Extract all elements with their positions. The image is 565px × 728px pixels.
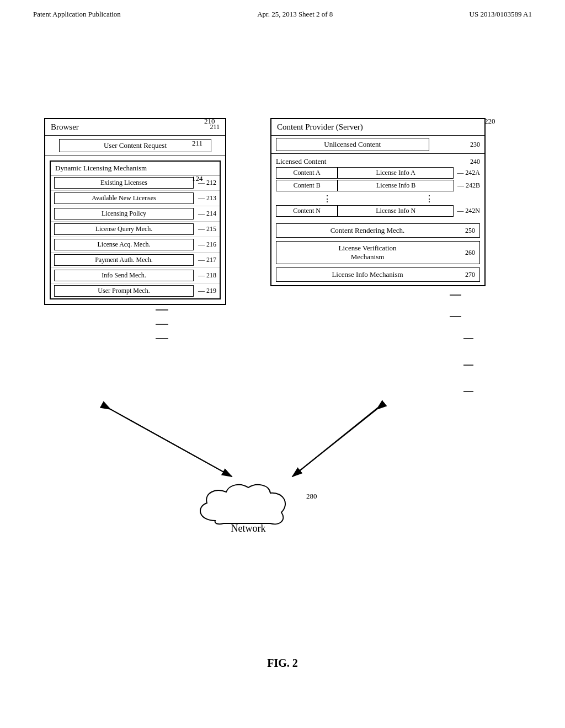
verification-num: 260 [465, 249, 475, 257]
mechanism-row: License Acq. Mech. — 216 [51, 237, 220, 253]
rendering-num: 250 [465, 227, 475, 235]
mechanism-row: Licensing Policy — 214 [51, 206, 220, 222]
svg-line-4 [108, 408, 232, 477]
content-row: Content A License Info A — 242A [276, 167, 480, 179]
browser-box-num: 210 [204, 117, 215, 126]
verification-box: License Verification Mechanism 260 [276, 241, 480, 264]
network-section: Network [193, 482, 303, 534]
provider-box: Content Provider (Server) Unlicensed Con… [270, 118, 486, 286]
content-cell: Content N [276, 205, 338, 217]
mechanism-row: License Query Mech. — 215 [51, 222, 220, 237]
browser-title-num-ext: 211 [192, 139, 202, 148]
user-content-request-label: User Content Request [104, 141, 167, 149]
mech-num: — 218 [198, 271, 216, 280]
license-cell: License Info N [338, 205, 454, 217]
dlm-title: Dynamic Licensing Mechanism [51, 162, 220, 175]
mech-num: — 219 [198, 287, 216, 295]
content-cell: Content B [276, 180, 338, 191]
mech-num: — 213 [198, 194, 216, 202]
unlicensed-num: 230 [470, 141, 480, 149]
svg-line-5 [110, 409, 232, 477]
rendering-box: Content Rendering Mech. 250 [276, 223, 480, 238]
verification-label: License Verification Mechanism [281, 244, 454, 261]
mech-num: — 214 [198, 210, 216, 218]
licensed-num: 240 [470, 158, 480, 166]
mechanism-row: User Prompt Mech. — 219 [51, 283, 220, 298]
mech-box: License Acq. Mech. [54, 239, 194, 250]
license-info-box: License Info Mechanism 270 [276, 267, 480, 282]
mechanism-row: Available New Licenses — 213 [51, 191, 220, 206]
mech-box: License Query Mech. [54, 223, 194, 235]
page-header: Patent Application Publication Apr. 25, … [0, 0, 565, 24]
diagram-area: Browser 211 User Content Request Dynamic… [0, 24, 565, 686]
provider-title-row: Content Provider (Server) [271, 119, 484, 136]
content-row-num: — 242B [457, 181, 480, 190]
unlicensed-row: Unlicensed Content 230 [271, 136, 484, 153]
mech-box: Payment Auth. Mech. [54, 254, 194, 266]
mech-box: Licensing Policy [54, 208, 194, 220]
header-center: Apr. 25, 2013 Sheet 2 of 8 [257, 10, 333, 19]
mech-num: — 216 [198, 240, 216, 249]
dlm-label-ext: 124 [192, 174, 203, 183]
content-row: Content N License Info N — 242N [276, 205, 480, 217]
browser-title-row: Browser 211 [45, 119, 225, 136]
license-info-label: License Info Mechanism [281, 270, 454, 279]
network-num: 280 [306, 492, 317, 501]
mech-num: — 215 [198, 225, 216, 233]
header-left: Patent Application Publication [33, 10, 121, 19]
svg-line-6 [292, 408, 378, 477]
mech-num: — 217 [198, 256, 216, 264]
provider-box-num: 220 [484, 117, 495, 126]
provider-title: Content Provider (Server) [277, 122, 363, 132]
svg-line-7 [292, 409, 377, 477]
rendering-label: Content Rendering Mech. [281, 226, 454, 235]
license-cell: License Info B [338, 180, 454, 191]
content-row-num: — 242A [457, 169, 480, 177]
mechanism-row: Info Send Mech. — 218 [51, 268, 220, 283]
content-row: Content B License Info B — 242B [276, 180, 480, 191]
content-cell: Content A [276, 167, 338, 179]
licensed-title-row: Licensed Content 240 [276, 156, 480, 167]
browser-title: Browser [51, 122, 79, 132]
mech-box: Existing Licenses [54, 177, 194, 189]
mech-box: User Prompt Mech. [54, 285, 194, 297]
licensed-label: Licensed Content [276, 157, 326, 166]
license-cell: License Info A [338, 167, 454, 179]
content-row-num: — 242N [457, 207, 480, 215]
mech-box: Info Send Mech. [54, 270, 194, 281]
fig-label: FIG. 2 [267, 657, 298, 670]
mech-box: Available New Licenses [54, 192, 194, 204]
unlicensed-label: Unlicensed Content [324, 140, 381, 148]
dots-row: ⋮⋮ [276, 192, 480, 205]
licensed-section: Licensed Content 240 Content A License I… [271, 153, 484, 220]
license-info-num: 270 [465, 271, 475, 279]
mechanism-row: Payment Auth. Mech. — 217 [51, 253, 220, 268]
header-right: US 2013/0103589 A1 [470, 10, 532, 19]
